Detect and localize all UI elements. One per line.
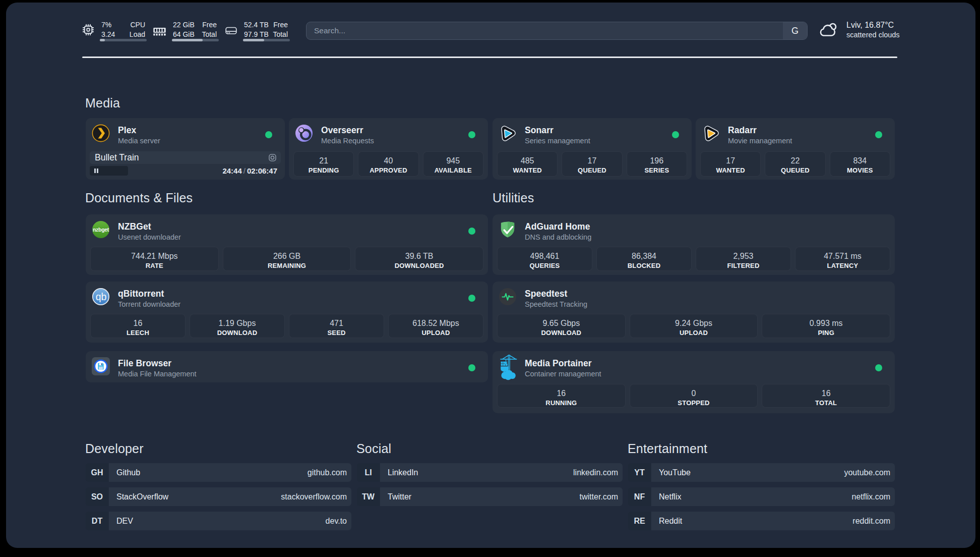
svg-text:qb: qb xyxy=(96,291,107,302)
svg-text:nzbget: nzbget xyxy=(93,227,109,233)
